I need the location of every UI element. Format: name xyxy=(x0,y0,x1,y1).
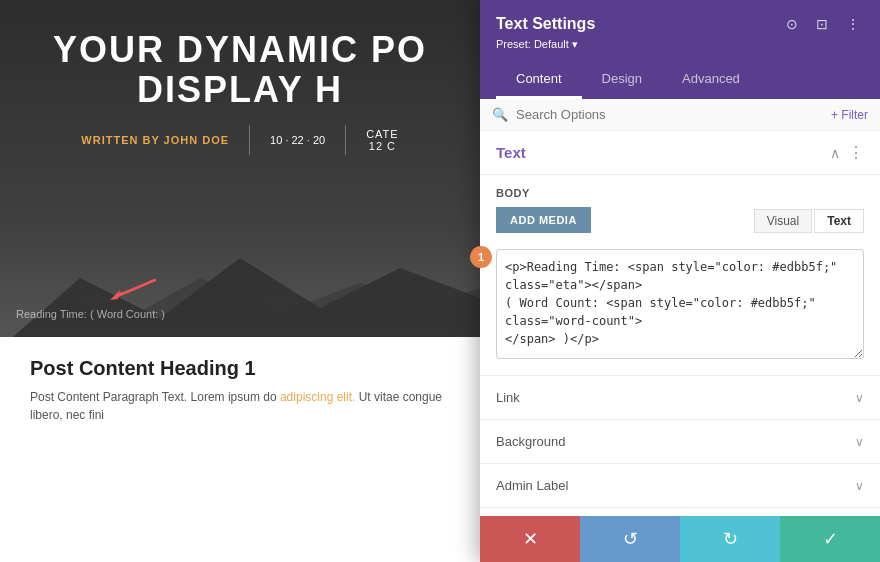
svg-marker-2 xyxy=(110,290,120,300)
visual-view-btn[interactable]: Visual xyxy=(754,209,812,233)
settings-tabs: Content Design Advanced xyxy=(496,61,864,99)
background-label: Background xyxy=(496,434,565,449)
filter-button[interactable]: + Filter xyxy=(831,108,868,122)
meta-divider xyxy=(249,125,250,155)
category-value: 12 C xyxy=(366,140,399,152)
body-field-label: Body xyxy=(496,187,864,199)
step-badge: 1 xyxy=(470,246,492,268)
preview-bottom: Post Content Heading 1 Post Content Para… xyxy=(0,337,480,562)
category-label: CATE xyxy=(366,128,399,140)
search-bar: 🔍 + Filter xyxy=(480,99,880,131)
text-section-body: Body ADD MEDIA Visual Text xyxy=(480,175,880,376)
body-text-editor[interactable] xyxy=(496,249,864,359)
settings-icon-more[interactable]: ⋮ xyxy=(842,14,864,34)
preview-content-top: YOUR DYNAMIC PO DISPLAY H WRITTEN BY JOH… xyxy=(0,30,480,155)
post-body-link[interactable]: adipiscing elit. xyxy=(280,390,355,404)
settings-body: Text ∧ ⋮ Body ADD MEDIA Visual Text Link xyxy=(480,131,880,516)
settings-header-top: Text Settings ⊙ ⊡ ⋮ xyxy=(496,14,864,34)
post-body-start: Post Content Paragraph Text. Lorem ipsum… xyxy=(30,390,277,404)
link-chevron-icon: ∨ xyxy=(855,391,864,405)
preview-title: YOUR DYNAMIC PO DISPLAY H xyxy=(0,30,480,109)
background-chevron-icon: ∨ xyxy=(855,435,864,449)
redo-button[interactable]: ↻ xyxy=(680,516,780,562)
settings-icon-layout[interactable]: ⊡ xyxy=(812,14,832,34)
meta-divider-2 xyxy=(345,125,346,155)
text-view-btn[interactable]: Text xyxy=(814,209,864,233)
preview-panel: YOUR DYNAMIC PO DISPLAY H WRITTEN BY JOH… xyxy=(0,0,480,562)
admin-label-section[interactable]: Admin Label ∨ xyxy=(480,464,880,508)
text-section-title: Text xyxy=(496,144,526,161)
section-controls: ∧ ⋮ xyxy=(830,143,864,162)
post-heading: Post Content Heading 1 xyxy=(30,357,450,380)
post-body: Post Content Paragraph Text. Lorem ipsum… xyxy=(30,388,450,424)
text-section-header: Text ∧ ⋮ xyxy=(480,131,880,175)
settings-icons: ⊙ ⊡ ⋮ xyxy=(782,14,864,34)
undo-button[interactable]: ↺ xyxy=(580,516,680,562)
mountains-svg xyxy=(0,248,480,348)
editor-toolbar: ADD MEDIA Visual Text xyxy=(496,207,864,241)
arrow-indicator xyxy=(100,275,160,309)
date-label: 10 · 22 · 20 xyxy=(270,134,325,146)
preset-line: Preset: Default ▾ xyxy=(496,38,864,51)
settings-panel: Text Settings ⊙ ⊡ ⋮ Preset: Default ▾ Co… xyxy=(480,0,880,562)
save-button[interactable]: ✓ xyxy=(780,516,880,562)
reading-time: Reading Time: ( Word Count: ) xyxy=(16,308,165,320)
settings-footer: ✕ ↺ ↻ ✓ xyxy=(480,516,880,562)
link-label: Link xyxy=(496,390,520,405)
admin-label: Admin Label xyxy=(496,478,568,493)
tab-design[interactable]: Design xyxy=(582,61,662,99)
add-media-button[interactable]: ADD MEDIA xyxy=(496,207,591,233)
section-more-btn[interactable]: ⋮ xyxy=(848,143,864,162)
admin-chevron-icon: ∨ xyxy=(855,479,864,493)
author-label: WRITTEN BY JOHN DOE xyxy=(81,134,229,146)
settings-title: Text Settings xyxy=(496,15,595,33)
search-icon: 🔍 xyxy=(492,107,508,122)
background-section[interactable]: Background ∨ xyxy=(480,420,880,464)
link-section[interactable]: Link ∨ xyxy=(480,376,880,420)
settings-header: Text Settings ⊙ ⊡ ⋮ Preset: Default ▾ Co… xyxy=(480,0,880,99)
preview-meta: WRITTEN BY JOHN DOE 10 · 22 · 20 CATE 12… xyxy=(0,125,480,155)
view-toggle: Visual Text xyxy=(754,209,864,233)
section-collapse-btn[interactable]: ∧ xyxy=(830,145,840,161)
tab-advanced[interactable]: Advanced xyxy=(662,61,760,99)
search-input[interactable] xyxy=(516,107,823,122)
cancel-button[interactable]: ✕ xyxy=(480,516,580,562)
settings-icon-responsive[interactable]: ⊙ xyxy=(782,14,802,34)
tab-content[interactable]: Content xyxy=(496,61,582,99)
